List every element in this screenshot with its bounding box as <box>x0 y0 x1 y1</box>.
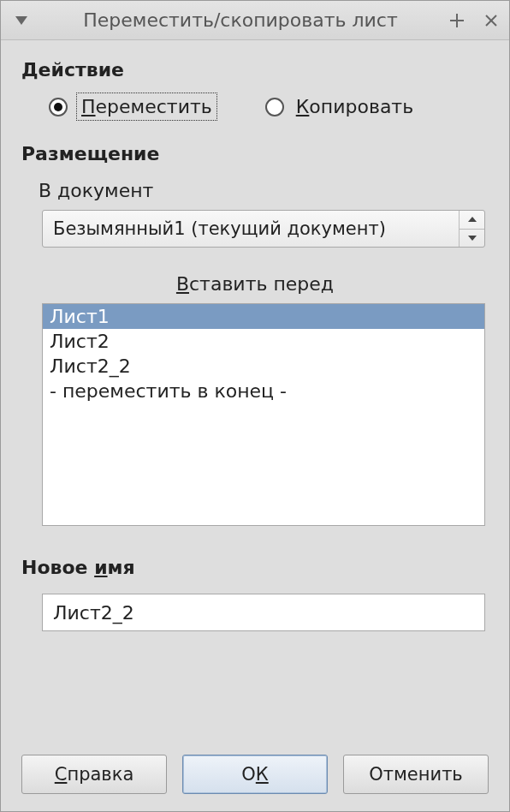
action-heading: Действие <box>21 59 489 81</box>
dialog-button-row: Справка ОК Отменить <box>1 739 509 811</box>
document-combo[interactable]: Безымянный1 (текущий документ) <box>42 210 485 248</box>
new-name-heading: Новое имя <box>21 557 489 578</box>
radio-indicator <box>265 98 284 116</box>
action-radio-group: Переместить Копировать <box>49 96 489 117</box>
insert-before-label: Вставить перед <box>21 273 489 295</box>
svg-marker-5 <box>468 217 477 222</box>
titlebar: Переместить/скопировать лист <box>1 1 509 40</box>
to-document-label: В документ <box>39 180 489 201</box>
svg-marker-6 <box>468 236 477 241</box>
list-item[interactable]: - переместить в конец - <box>43 379 484 403</box>
list-item[interactable]: Лист2_2 <box>43 354 484 379</box>
placement-heading: Размещение <box>21 143 489 164</box>
sheet-listbox[interactable]: Лист1 Лист2 Лист2_2 - переместить в коне… <box>42 303 485 526</box>
new-name-value: Лист2_2 <box>53 602 134 624</box>
help-button[interactable]: Справка <box>21 755 167 794</box>
svg-marker-0 <box>15 16 27 25</box>
new-name-input[interactable]: Лист2_2 <box>42 594 485 631</box>
ok-button[interactable]: ОК <box>182 755 328 794</box>
maximize-icon[interactable] <box>448 11 466 30</box>
spinner-down-icon[interactable] <box>460 229 484 248</box>
radio-copy-label: Копировать <box>296 96 413 117</box>
cancel-button[interactable]: Отменить <box>343 755 489 794</box>
radio-indicator <box>49 98 68 116</box>
document-combo-value: Безымянный1 (текущий документ) <box>43 211 459 247</box>
close-icon[interactable] <box>482 11 501 30</box>
list-item[interactable]: Лист2 <box>43 329 484 354</box>
radio-move-label: Переместить <box>80 96 214 117</box>
list-item[interactable]: Лист1 <box>43 304 484 329</box>
radio-copy[interactable]: Копировать <box>265 96 413 117</box>
spinner-up-icon[interactable] <box>460 211 484 229</box>
window-title: Переместить/скопировать лист <box>33 9 448 31</box>
dialog-window: Переместить/скопировать лист Действие Пе… <box>0 0 510 812</box>
window-menu-icon[interactable] <box>12 11 31 30</box>
combo-spinner <box>459 211 484 247</box>
radio-move[interactable]: Переместить <box>49 96 214 117</box>
